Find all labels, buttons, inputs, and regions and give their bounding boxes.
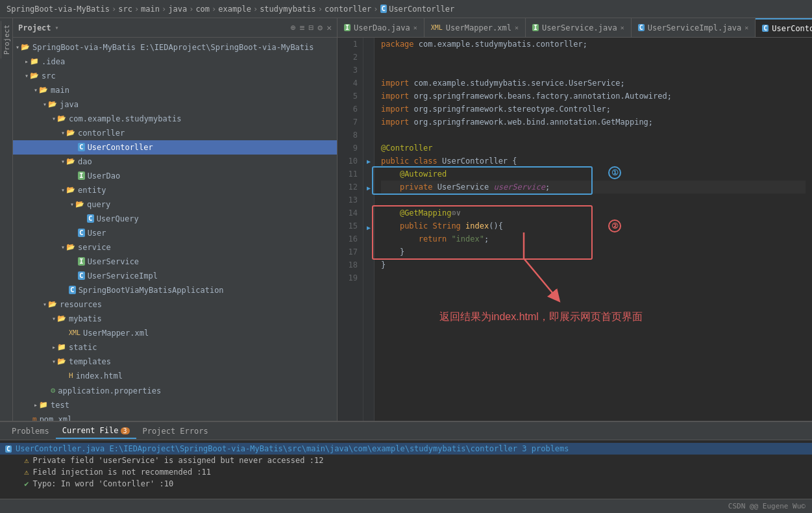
tab-UserService[interactable]: IUserService.java✕ [526, 18, 632, 37]
tree-item-query[interactable]: ▾📂query [13, 197, 337, 212]
line-number-5: 5 [343, 90, 358, 103]
tree-item-com[interactable]: ▾📂com.example.studymybatis [13, 112, 337, 126]
bottom-tab-currentFile[interactable]: Current File3 [56, 423, 136, 439]
tree-label-dao: dao [78, 155, 92, 168]
tree-item-dao[interactable]: ▾📂dao [13, 155, 337, 169]
gutter-12[interactable]: ▶ [363, 181, 374, 195]
gutter-icon[interactable]: ▶ [367, 224, 371, 231]
tree-item-contorller[interactable]: ▾📂contorller [13, 126, 337, 140]
tab-close-icon[interactable]: ✕ [413, 24, 417, 31]
tree-item-UserServiceImpl[interactable]: CUserServiceImpl [13, 269, 337, 283]
tab-icon-i: I [532, 24, 539, 31]
code-line-3 [381, 64, 806, 77]
line-number-9: 9 [343, 142, 358, 155]
gutter-icon[interactable]: ▶ [367, 158, 371, 165]
java-c-icon: C [78, 229, 85, 237]
bottom-tab-problems[interactable]: Problems [5, 424, 56, 438]
code-line-8 [381, 129, 806, 142]
line-number-16: 16 [343, 232, 358, 245]
tab-UserContorller[interactable]: CUserContorller.java✕ [756, 18, 812, 37]
editor-area: IUserDao.java✕XMLUserMapper.xml✕IUserSer… [338, 18, 812, 421]
problem-row-p3[interactable]: ✔ Typo: In word 'Contorller' :10 [0, 478, 812, 490]
code-line-1: package com.example.studymybatis.contorl… [381, 38, 806, 51]
tree-label-com: com.example.studymybatis [69, 112, 181, 125]
html-icon: H [69, 371, 73, 380]
code-line-10: public class UserContorller { [381, 155, 806, 168]
bc-example: example [218, 5, 251, 14]
problems-badge: 3 [121, 427, 130, 434]
bc-contorller: contorller [325, 5, 371, 14]
tree-item-static[interactable]: ▸📁static [13, 340, 337, 355]
close-sidebar-icon[interactable]: ✕ [326, 23, 332, 32]
tree-item-root[interactable]: ▾📂SpringBoot-via-MyBatis E:\IEDAproject\… [13, 40, 337, 55]
tree-item-UserQuery[interactable]: CUserQuery [13, 212, 337, 226]
tab-UserMapper[interactable]: XMLUserMapper.xml✕ [424, 18, 526, 37]
tree-item-UserContorller[interactable]: CUserContorller [13, 140, 337, 155]
code-line-16: return "index"; [381, 232, 806, 245]
folder-open-icon: 📂 [48, 100, 57, 108]
tab-icon-c: C [638, 24, 645, 31]
tree-item-appProps[interactable]: ⚙application.properties [13, 383, 337, 398]
tree-item-java[interactable]: ▾📂java [13, 97, 337, 112]
tree-item-main[interactable]: ▾📂main [13, 83, 337, 97]
code-editor[interactable]: 12345678910111213141516171819 ▶▶▶ packag… [338, 38, 812, 421]
line-number-11: 11 [343, 168, 358, 181]
line-number-7: 7 [343, 116, 358, 129]
chevron-down-icon[interactable]: ▾ [55, 24, 59, 31]
tab-close-icon[interactable]: ✕ [515, 24, 519, 31]
bottom-tab-projectErrors[interactable]: Project Errors [136, 424, 215, 438]
settings-icon[interactable]: ⚙ [317, 23, 323, 32]
tree-item-entity[interactable]: ▾📂entity [13, 183, 337, 197]
tree-item-src[interactable]: ▾📂src [13, 69, 337, 83]
problem-row-file-header[interactable]: C UserContorller.java E:\IEDAproject\Spr… [0, 443, 812, 455]
tree-label-templates: templates [69, 355, 111, 368]
cn-annotation-text: 返回结果为index.html，即展示网页首页界面 [439, 310, 643, 323]
code-lines: package com.example.studymybatis.contorl… [375, 38, 812, 421]
problem-row-p2[interactable]: ⚠ Field injection is not recommended :11 [0, 466, 812, 478]
gutter-19 [363, 273, 374, 286]
java-c-icon: C [87, 214, 94, 223]
tree-item-test[interactable]: ▸📁test [13, 398, 337, 412]
tree-item-mybatis[interactable]: ▾📂mybatis [13, 312, 337, 326]
tree-item-resources[interactable]: ▾📂resources [13, 297, 337, 312]
gutter-11 [363, 168, 374, 181]
tree-item-UserMapper[interactable]: XMLUserMapper.xml [13, 326, 337, 340]
tab-UserDao[interactable]: IUserDao.java✕ [338, 18, 424, 37]
tree-item-index[interactable]: Hindex.html [13, 369, 337, 383]
problem-row-p1[interactable]: ⚠ Private field 'userService' is assigne… [0, 455, 812, 466]
tree-item-pom[interactable]: mpom.xml [13, 412, 337, 421]
code-line-2 [381, 51, 806, 64]
tree-item-User[interactable]: CUser [13, 226, 337, 240]
tree-item-SpringBootApp[interactable]: CSpringBootViaMyBatisApplication [13, 283, 337, 297]
tab-UserServiceImpl[interactable]: CUserServiceImpl.java✕ [632, 18, 756, 37]
file-icon: C [5, 445, 12, 453]
tree-label-UserDao: UserDao [88, 169, 121, 182]
scope-icon[interactable]: ⊕ [291, 23, 296, 32]
project-label[interactable]: Project [1, 21, 12, 58]
code-line-9: @Controller [381, 142, 806, 155]
line-numbers: 12345678910111213141516171819 [338, 38, 363, 421]
xml-icon: XML [69, 329, 80, 336]
tree-item-service[interactable]: ▾📂service [13, 240, 337, 255]
tab-close-icon[interactable]: ✕ [744, 24, 748, 31]
tab-label: UserMapper.xml [446, 23, 511, 32]
tree-item-idea[interactable]: ▸📁.idea [13, 55, 337, 69]
tab-close-icon[interactable]: ✕ [621, 24, 624, 31]
gutter-13 [363, 195, 374, 208]
folder-open-icon: 📂 [75, 200, 84, 208]
gutter-9 [363, 142, 374, 155]
gutter-15[interactable]: ▶ [363, 221, 374, 234]
gutter-10[interactable]: ▶ [363, 155, 374, 168]
collapse-icon[interactable]: ≡ [300, 23, 305, 32]
line-number-3: 3 [343, 64, 358, 77]
warn-icon: ⚠ [24, 468, 29, 477]
tree-label-java: java [60, 98, 79, 111]
tree-item-templates[interactable]: ▾📂templates [13, 355, 337, 369]
tree-item-UserDao[interactable]: IUserDao [13, 169, 337, 183]
expand-icon[interactable]: ⊟ [309, 23, 314, 32]
folder-open-icon: 📂 [66, 186, 75, 194]
line-number-6: 6 [343, 103, 358, 116]
tree-item-UserService[interactable]: IUserService [13, 255, 337, 269]
gutter-icon[interactable]: ▶ [367, 184, 371, 192]
gutter-14 [363, 208, 374, 221]
